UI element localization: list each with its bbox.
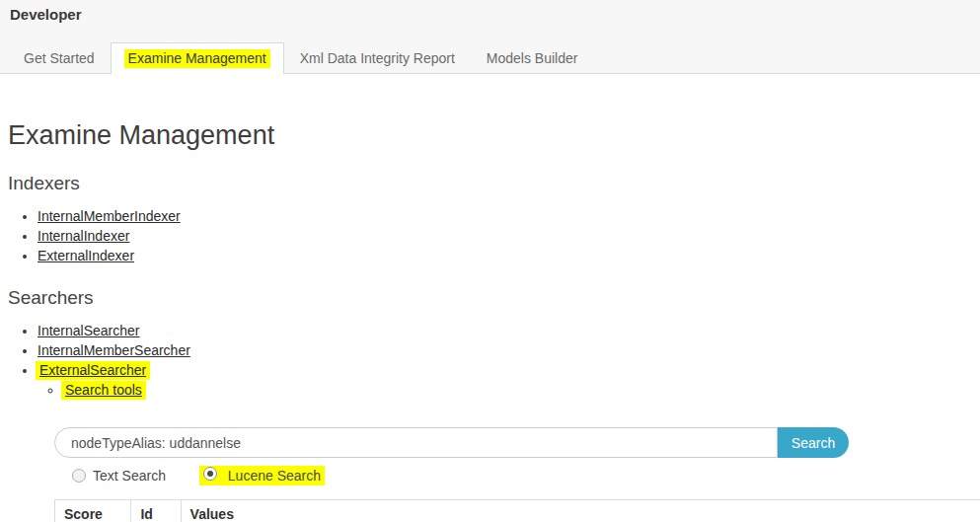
- searchers-heading: Searchers: [8, 287, 980, 309]
- searcher-link-internal-searcher[interactable]: InternalSearcher: [38, 323, 140, 338]
- search-tools-highlight: Search tools: [61, 381, 146, 400]
- table-header-row: Score Id Values: [55, 500, 980, 522]
- list-item: ExternalSearcher Search tools: [38, 360, 980, 400]
- section-title: Developer: [10, 6, 82, 23]
- tab-examine-management[interactable]: Examine Management: [111, 42, 284, 74]
- column-header-id: Id: [131, 500, 181, 522]
- text-search-option[interactable]: Text Search: [72, 468, 166, 484]
- lucene-search-highlight: Lucene Search: [199, 466, 325, 485]
- list-item: InternalMemberSearcher: [38, 340, 980, 360]
- dashboard-content: Examine Management Indexers InternalMemb…: [0, 120, 980, 522]
- tab-examine-management-label: Examine Management: [124, 49, 270, 68]
- indexers-heading: Indexers: [8, 173, 980, 194]
- tab-models-builder[interactable]: Models Builder: [471, 42, 594, 74]
- search-bar: Search: [54, 427, 849, 458]
- search-tools-list: Search tools: [38, 380, 980, 400]
- search-results-table: Score Id Values 4.570441 2080 __IndexTyp…: [54, 499, 980, 522]
- list-item: InternalIndexer: [38, 226, 980, 246]
- external-searcher-highlight: ExternalSearcher: [36, 361, 150, 380]
- list-item: Search tools: [63, 380, 980, 400]
- column-header-score: Score: [55, 500, 131, 522]
- column-header-values: Values: [181, 500, 980, 522]
- searchers-list: InternalSearcher InternalMemberSearcher …: [8, 321, 980, 400]
- list-item: InternalMemberIndexer: [38, 206, 980, 226]
- search-tools-link[interactable]: Search tools: [65, 382, 142, 398]
- page-title: Examine Management: [8, 120, 980, 151]
- searcher-link-internal-member-searcher[interactable]: InternalMemberSearcher: [38, 342, 190, 358]
- list-item: InternalSearcher: [38, 321, 980, 340]
- tab-get-started[interactable]: Get Started: [8, 42, 111, 74]
- indexers-list: InternalMemberIndexer InternalIndexer Ex…: [8, 206, 980, 265]
- tab-xml-data-integrity-report[interactable]: Xml Data Integrity Report: [284, 42, 471, 74]
- searcher-link-external-searcher[interactable]: ExternalSearcher: [39, 362, 146, 378]
- lucene-search-option[interactable]: Lucene Search: [201, 467, 323, 485]
- lucene-search-label: Lucene Search: [228, 468, 321, 484]
- radio-unchecked-icon[interactable]: [72, 469, 86, 483]
- indexer-link-internal-indexer[interactable]: InternalIndexer: [38, 228, 129, 244]
- text-search-label: Text Search: [93, 468, 166, 484]
- search-input[interactable]: [54, 427, 778, 458]
- radio-checked-icon[interactable]: [203, 467, 217, 481]
- list-item: ExternalIndexer: [38, 246, 980, 265]
- search-button[interactable]: Search: [778, 427, 849, 458]
- indexer-link-internal-member-indexer[interactable]: InternalMemberIndexer: [38, 208, 181, 224]
- search-mode-options: Text Search Lucene Search: [72, 467, 980, 485]
- indexer-link-external-indexer[interactable]: ExternalIndexer: [38, 248, 134, 263]
- section-header: Developer Get Started Examine Management…: [0, 0, 980, 74]
- tab-bar: Get Started Examine Management Xml Data …: [8, 42, 593, 74]
